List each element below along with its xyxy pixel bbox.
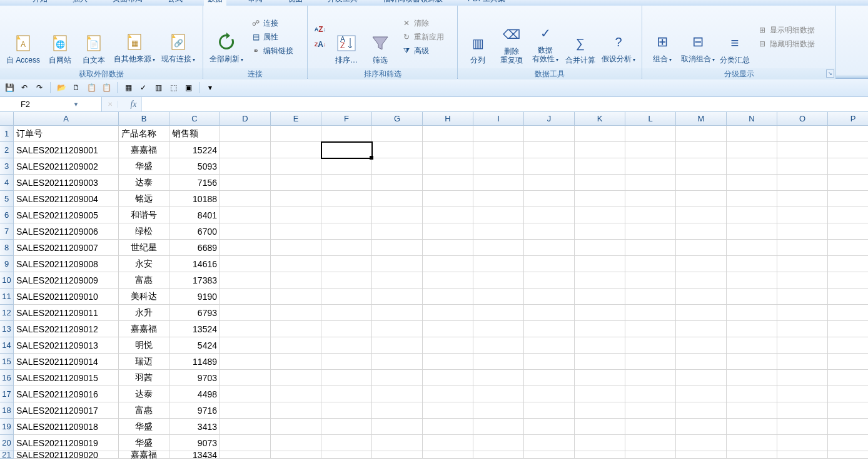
cell[interactable] — [271, 337, 321, 354]
clear-filter-button[interactable]: ✕清除 — [399, 16, 447, 30]
cell[interactable] — [271, 223, 321, 240]
cell[interactable] — [777, 223, 828, 240]
cell[interactable] — [321, 142, 372, 158]
row-header[interactable]: 14 — [0, 337, 14, 354]
cell[interactable] — [575, 158, 625, 175]
cell[interactable] — [676, 354, 727, 370]
cell[interactable] — [473, 402, 524, 419]
cell[interactable]: SALES20211209010 — [14, 289, 119, 305]
external-data-button[interactable]: 🌐自网站 — [44, 8, 76, 66]
cell[interactable] — [423, 305, 473, 321]
cell[interactable] — [473, 435, 524, 451]
cell[interactable]: 和谐号 — [119, 207, 169, 223]
advanced-filter-button[interactable]: ⧩高级 — [399, 44, 447, 58]
cell[interactable] — [473, 354, 524, 370]
tool-button[interactable]: ▦ — [123, 82, 134, 93]
cell[interactable] — [676, 223, 727, 240]
cell[interactable] — [625, 158, 676, 175]
cell[interactable] — [625, 402, 676, 419]
cell[interactable]: 美科达 — [119, 289, 169, 305]
cell[interactable] — [777, 240, 828, 256]
cell[interactable] — [625, 305, 676, 321]
cell[interactable] — [575, 272, 625, 289]
cell[interactable]: SALES20211209008 — [14, 256, 119, 272]
cell[interactable] — [524, 370, 575, 386]
cell[interactable] — [372, 126, 423, 142]
tool-button[interactable]: ▥ — [153, 82, 164, 93]
cell[interactable] — [423, 354, 473, 370]
cell[interactable] — [575, 305, 625, 321]
cell[interactable] — [321, 126, 372, 142]
cell[interactable] — [777, 289, 828, 305]
cell[interactable] — [676, 386, 727, 402]
cell[interactable] — [423, 321, 473, 337]
row-header[interactable]: 6 — [0, 207, 14, 223]
select-all-corner[interactable] — [0, 112, 14, 126]
cell[interactable] — [321, 158, 372, 175]
menu-tab[interactable]: 审阅 — [244, 0, 266, 6]
column-header[interactable]: M — [676, 112, 727, 126]
data-tool-button[interactable]: ⌫删除 重复项 — [495, 8, 528, 66]
cell[interactable] — [625, 354, 676, 370]
cell[interactable]: 华盛 — [119, 158, 169, 175]
cell[interactable]: 达泰 — [119, 175, 169, 191]
menu-tab[interactable]: 开发工具 — [324, 0, 361, 6]
cell[interactable] — [676, 142, 727, 158]
cell[interactable] — [321, 191, 372, 207]
cell[interactable] — [524, 386, 575, 402]
cell[interactable] — [625, 321, 676, 337]
row-header[interactable]: 8 — [0, 240, 14, 256]
cell[interactable] — [727, 126, 777, 142]
column-header[interactable]: G — [372, 112, 423, 126]
cell[interactable] — [828, 386, 868, 402]
cell[interactable] — [524, 207, 575, 223]
cell[interactable] — [575, 142, 625, 158]
cell[interactable]: SALES20211209003 — [14, 175, 119, 191]
cell[interactable] — [727, 337, 777, 354]
cell[interactable] — [727, 272, 777, 289]
cell[interactable]: 世纪星 — [119, 240, 169, 256]
cell[interactable] — [220, 126, 271, 142]
cell[interactable] — [524, 272, 575, 289]
cell[interactable] — [473, 419, 524, 435]
cell[interactable] — [676, 419, 727, 435]
cell[interactable] — [828, 370, 868, 386]
row-header[interactable]: 7 — [0, 223, 14, 240]
cell[interactable] — [828, 142, 868, 158]
cell[interactable] — [828, 321, 868, 337]
cell[interactable] — [423, 223, 473, 240]
cell[interactable]: 11489 — [169, 354, 220, 370]
cell[interactable] — [372, 354, 423, 370]
cell[interactable] — [473, 175, 524, 191]
cell[interactable]: 7156 — [169, 175, 220, 191]
cell[interactable]: 销售额 — [169, 126, 220, 142]
cell[interactable] — [473, 126, 524, 142]
cell[interactable] — [220, 256, 271, 272]
cell[interactable]: SALES20211209019 — [14, 435, 119, 451]
data-tool-button[interactable]: ✓数据 有效性 — [529, 8, 562, 66]
cell[interactable] — [828, 451, 868, 459]
cell[interactable] — [727, 256, 777, 272]
cell[interactable] — [372, 402, 423, 419]
cell[interactable]: 8401 — [169, 207, 220, 223]
cell[interactable] — [524, 402, 575, 419]
cell[interactable] — [220, 223, 271, 240]
dialog-launcher-icon[interactable]: ↘ — [826, 69, 834, 78]
cell[interactable] — [473, 191, 524, 207]
cell[interactable] — [777, 207, 828, 223]
formula-input[interactable] — [142, 97, 868, 111]
cell[interactable] — [828, 191, 868, 207]
cell[interactable] — [727, 289, 777, 305]
external-data-button[interactable]: 🔗现有连接 — [159, 8, 198, 66]
column-header[interactable]: A — [14, 112, 119, 126]
cell[interactable] — [828, 402, 868, 419]
cell[interactable] — [625, 289, 676, 305]
column-header[interactable]: J — [524, 112, 575, 126]
cell[interactable] — [271, 419, 321, 435]
cell[interactable]: 产品名称 — [119, 126, 169, 142]
menu-tab[interactable]: 插入 — [69, 0, 91, 6]
cell[interactable] — [473, 370, 524, 386]
row-header[interactable]: 19 — [0, 419, 14, 435]
column-header[interactable]: E — [271, 112, 321, 126]
cell[interactable]: SALES20211209020 — [14, 451, 119, 459]
